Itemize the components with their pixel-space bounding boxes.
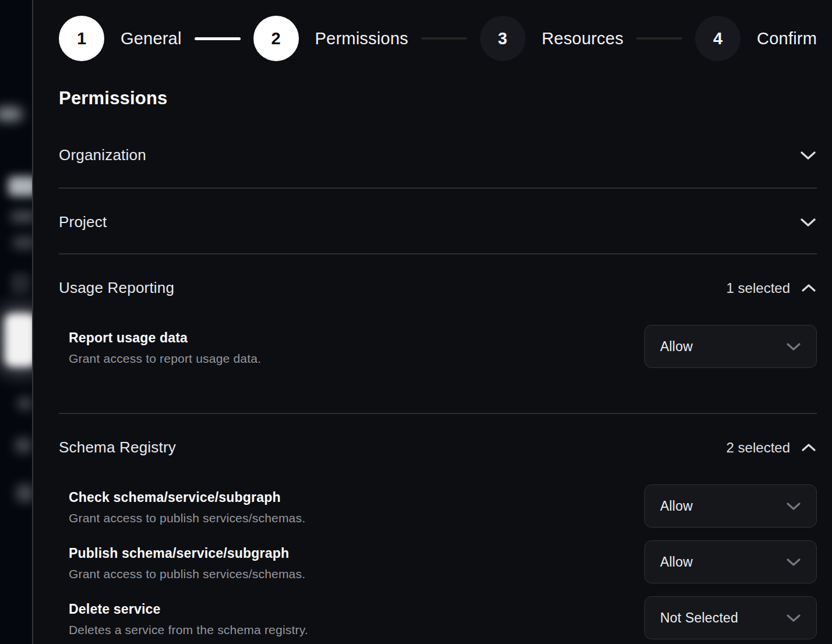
chevron-down-icon — [786, 558, 801, 567]
chevron-down-icon — [786, 614, 801, 622]
permission-list: Report usage data Grant access to report… — [59, 297, 817, 413]
step-general[interactable]: 1 General — [59, 16, 182, 61]
step-resources[interactable]: 3 Resources — [480, 16, 623, 61]
section-header-organization[interactable]: Organization — [59, 126, 817, 187]
section-title: Schema Registry — [59, 438, 176, 457]
permission-title: Report usage data — [69, 330, 261, 346]
permission-row: Publish schema/service/subgraph Grant ac… — [69, 540, 817, 583]
blurred-background-shape — [17, 397, 33, 410]
permission-row: Delete service Deletes a service from th… — [69, 596, 817, 639]
selected-count-badge: 1 selected — [727, 280, 790, 296]
section-header-usage-reporting[interactable]: Usage Reporting 1 selected — [59, 254, 817, 297]
chevron-down-icon — [786, 342, 801, 351]
step-number-badge: 3 — [480, 16, 526, 61]
wizard-stepper: 1 General 2 Permissions 3 Resources 4 Co… — [59, 16, 817, 61]
permission-description: Grant access to report usage data. — [69, 352, 261, 366]
chevron-down-icon — [799, 150, 817, 161]
step-number-badge: 2 — [253, 16, 299, 61]
step-label: Resources — [542, 29, 623, 48]
select-value: Not Selected — [660, 610, 738, 626]
chevron-down-icon — [786, 502, 801, 511]
create-key-wizard: 1 General 2 Permissions 3 Resources 4 Co… — [33, 0, 832, 644]
step-label: Confirm — [757, 29, 817, 48]
step-number-badge: 4 — [695, 16, 741, 61]
step-connector — [421, 37, 467, 40]
background-app-strip — [0, 0, 33, 644]
section-header-schema-registry[interactable]: Schema Registry 2 selected — [59, 414, 817, 457]
chevron-up-icon — [801, 283, 817, 293]
permission-row: Report usage data Grant access to report… — [69, 325, 817, 368]
step-label: General — [121, 29, 182, 48]
permission-select-check-schema[interactable]: Allow — [644, 484, 817, 528]
step-number-badge: 1 — [59, 16, 104, 61]
step-connector — [636, 37, 682, 40]
blurred-background-icon — [10, 273, 30, 293]
page-title: Permissions — [59, 88, 817, 109]
app-root: 1 General 2 Permissions 3 Resources 4 Co… — [0, 0, 832, 644]
permission-row: Check schema/service/subgraph Grant acce… — [69, 484, 817, 528]
selected-count-badge: 2 selected — [727, 440, 790, 456]
blurred-background-shape — [8, 176, 33, 196]
blurred-background-shape — [15, 438, 31, 453]
blurred-background-shape — [10, 211, 33, 222]
blurred-background-logo — [5, 313, 33, 367]
permission-select-delete-service[interactable]: Not Selected — [644, 596, 817, 639]
permission-title: Publish schema/service/subgraph — [69, 546, 305, 561]
chevron-down-icon — [799, 217, 817, 228]
step-confirm[interactable]: 4 Confirm — [695, 16, 817, 61]
permission-description: Grant access to publish services/schemas… — [69, 511, 305, 525]
section-title: Project — [59, 213, 107, 231]
permission-title: Check schema/service/subgraph — [69, 490, 305, 505]
blurred-background-shape — [13, 236, 33, 249]
step-connector — [195, 37, 241, 40]
select-value: Allow — [660, 498, 693, 514]
section-title: Usage Reporting — [59, 279, 174, 297]
step-label: Permissions — [315, 29, 408, 48]
permission-title: Delete service — [69, 601, 308, 617]
permission-list: Check schema/service/subgraph Grant acce… — [59, 457, 817, 639]
chevron-up-icon — [801, 443, 817, 452]
blurred-background-shape — [0, 108, 22, 121]
select-value: Allow — [660, 554, 693, 570]
permission-description: Grant access to publish services/schemas… — [69, 567, 305, 581]
permission-select-report-usage-data[interactable]: Allow — [644, 325, 817, 368]
permission-select-publish-schema[interactable]: Allow — [644, 540, 817, 583]
select-value: Allow — [660, 339, 693, 355]
blurred-background-shape — [16, 484, 33, 502]
permission-description: Deletes a service from the schema regist… — [69, 623, 308, 637]
section-header-project[interactable]: Project — [59, 189, 817, 253]
step-permissions[interactable]: 2 Permissions — [253, 16, 408, 61]
section-title: Organization — [59, 146, 146, 164]
